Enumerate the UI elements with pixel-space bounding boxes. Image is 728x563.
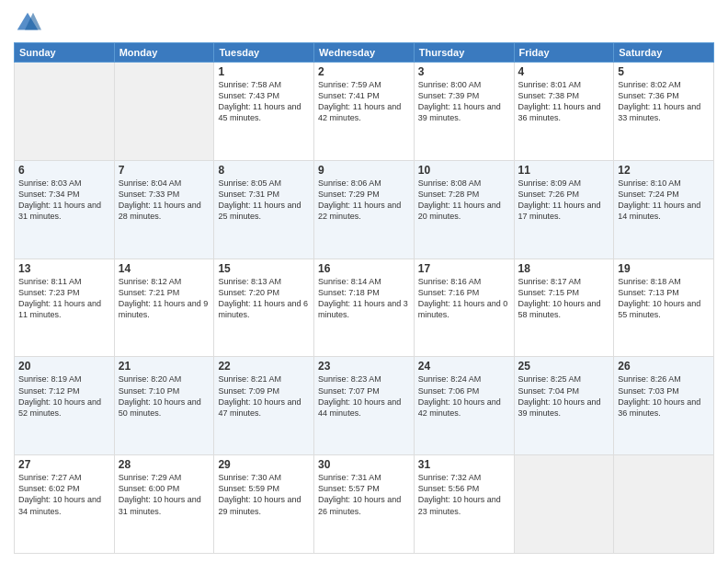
day-info: Sunrise: 8:24 AMSunset: 7:06 PMDaylight:…	[418, 373, 510, 419]
day-number: 20	[18, 360, 110, 373]
week-row-3: 20Sunrise: 8:19 AMSunset: 7:12 PMDayligh…	[15, 357, 714, 455]
weekday-thursday: Thursday	[414, 43, 514, 63]
day-cell: 25Sunrise: 8:25 AMSunset: 7:04 PMDayligh…	[514, 357, 614, 455]
day-number: 18	[518, 262, 610, 275]
day-cell: 14Sunrise: 8:12 AMSunset: 7:21 PMDayligh…	[114, 259, 214, 357]
day-number: 16	[318, 262, 410, 275]
day-number: 11	[518, 164, 610, 177]
day-number: 12	[618, 164, 710, 177]
day-info: Sunrise: 8:14 AMSunset: 7:18 PMDaylight:…	[318, 276, 410, 321]
calendar-table: SundayMondayTuesdayWednesdayThursdayFrid…	[14, 42, 714, 554]
day-cell: 30Sunrise: 7:31 AMSunset: 5:57 PMDayligh…	[314, 455, 415, 554]
weekday-header-row: SundayMondayTuesdayWednesdayThursdayFrid…	[15, 43, 714, 63]
day-cell: 27Sunrise: 7:27 AMSunset: 6:02 PMDayligh…	[15, 455, 115, 554]
day-number: 6	[18, 164, 110, 177]
day-cell: 10Sunrise: 8:08 AMSunset: 7:28 PMDayligh…	[414, 160, 514, 259]
day-number: 21	[119, 360, 210, 373]
day-info: Sunrise: 7:29 AMSunset: 6:00 PMDaylight:…	[119, 472, 210, 517]
day-cell: 22Sunrise: 8:21 AMSunset: 7:09 PMDayligh…	[214, 357, 314, 455]
day-cell: 4Sunrise: 8:01 AMSunset: 7:38 PMDaylight…	[514, 63, 614, 161]
day-number: 14	[119, 262, 210, 275]
day-number: 24	[418, 360, 510, 373]
day-cell: 1Sunrise: 7:58 AMSunset: 7:43 PMDaylight…	[214, 63, 314, 161]
day-cell: 24Sunrise: 8:24 AMSunset: 7:06 PMDayligh…	[414, 357, 514, 455]
day-cell: 31Sunrise: 7:32 AMSunset: 5:56 PMDayligh…	[414, 455, 514, 554]
weekday-monday: Monday	[114, 43, 214, 63]
day-number: 19	[618, 262, 710, 275]
day-number: 2	[318, 65, 410, 78]
day-cell: 26Sunrise: 8:26 AMSunset: 7:03 PMDayligh…	[614, 357, 714, 455]
day-info: Sunrise: 8:12 AMSunset: 7:21 PMDaylight:…	[119, 276, 210, 321]
day-cell: 2Sunrise: 7:59 AMSunset: 7:41 PMDaylight…	[314, 63, 415, 161]
weekday-saturday: Saturday	[614, 43, 714, 63]
week-row-2: 13Sunrise: 8:11 AMSunset: 7:23 PMDayligh…	[15, 259, 714, 357]
day-info: Sunrise: 8:13 AMSunset: 7:20 PMDaylight:…	[218, 276, 310, 321]
day-cell: 5Sunrise: 8:02 AMSunset: 7:36 PMDaylight…	[614, 63, 714, 161]
day-info: Sunrise: 8:01 AMSunset: 7:38 PMDaylight:…	[518, 79, 610, 124]
day-info: Sunrise: 8:17 AMSunset: 7:15 PMDaylight:…	[518, 276, 610, 321]
day-number: 30	[318, 458, 410, 471]
day-cell: 23Sunrise: 8:23 AMSunset: 7:07 PMDayligh…	[314, 357, 415, 455]
day-info: Sunrise: 7:58 AMSunset: 7:43 PMDaylight:…	[218, 79, 310, 124]
day-info: Sunrise: 8:00 AMSunset: 7:39 PMDaylight:…	[418, 79, 510, 124]
day-cell: 18Sunrise: 8:17 AMSunset: 7:15 PMDayligh…	[514, 259, 614, 357]
day-info: Sunrise: 7:32 AMSunset: 5:56 PMDaylight:…	[418, 472, 510, 517]
day-info: Sunrise: 8:25 AMSunset: 7:04 PMDaylight:…	[518, 373, 610, 419]
day-info: Sunrise: 8:05 AMSunset: 7:31 PMDaylight:…	[218, 178, 310, 223]
day-number: 27	[18, 458, 110, 471]
day-number: 13	[18, 262, 110, 275]
day-cell: 9Sunrise: 8:06 AMSunset: 7:29 PMDaylight…	[314, 160, 415, 259]
logo-icon	[14, 9, 41, 37]
day-info: Sunrise: 8:04 AMSunset: 7:33 PMDaylight:…	[119, 178, 210, 223]
page-header	[14, 9, 714, 37]
day-number: 31	[418, 458, 510, 471]
day-info: Sunrise: 8:23 AMSunset: 7:07 PMDaylight:…	[318, 373, 410, 419]
day-cell: 28Sunrise: 7:29 AMSunset: 6:00 PMDayligh…	[114, 455, 214, 554]
weekday-tuesday: Tuesday	[214, 43, 314, 63]
logo	[14, 9, 45, 37]
day-info: Sunrise: 8:26 AMSunset: 7:03 PMDaylight:…	[618, 373, 710, 419]
day-info: Sunrise: 8:09 AMSunset: 7:26 PMDaylight:…	[518, 178, 610, 223]
day-number: 29	[218, 458, 310, 471]
day-info: Sunrise: 8:11 AMSunset: 7:23 PMDaylight:…	[18, 276, 110, 321]
day-number: 17	[418, 262, 510, 275]
day-cell: 16Sunrise: 8:14 AMSunset: 7:18 PMDayligh…	[314, 259, 415, 357]
day-info: Sunrise: 8:03 AMSunset: 7:34 PMDaylight:…	[18, 178, 110, 223]
day-info: Sunrise: 7:59 AMSunset: 7:41 PMDaylight:…	[318, 79, 410, 124]
day-number: 9	[318, 164, 410, 177]
day-cell: 29Sunrise: 7:30 AMSunset: 5:59 PMDayligh…	[214, 455, 314, 554]
day-number: 23	[318, 360, 410, 373]
day-cell: 17Sunrise: 8:16 AMSunset: 7:16 PMDayligh…	[414, 259, 514, 357]
day-cell: 11Sunrise: 8:09 AMSunset: 7:26 PMDayligh…	[514, 160, 614, 259]
day-cell: 13Sunrise: 8:11 AMSunset: 7:23 PMDayligh…	[15, 259, 115, 357]
day-info: Sunrise: 8:02 AMSunset: 7:36 PMDaylight:…	[618, 79, 710, 124]
day-info: Sunrise: 7:30 AMSunset: 5:59 PMDaylight:…	[218, 472, 310, 517]
day-cell: 12Sunrise: 8:10 AMSunset: 7:24 PMDayligh…	[614, 160, 714, 259]
day-info: Sunrise: 8:06 AMSunset: 7:29 PMDaylight:…	[318, 178, 410, 223]
day-info: Sunrise: 8:18 AMSunset: 7:13 PMDaylight:…	[618, 276, 710, 321]
day-info: Sunrise: 8:20 AMSunset: 7:10 PMDaylight:…	[119, 373, 210, 419]
day-info: Sunrise: 8:10 AMSunset: 7:24 PMDaylight:…	[618, 178, 710, 223]
day-number: 15	[218, 262, 310, 275]
day-number: 26	[618, 360, 710, 373]
day-info: Sunrise: 7:27 AMSunset: 6:02 PMDaylight:…	[18, 472, 110, 517]
day-info: Sunrise: 8:19 AMSunset: 7:12 PMDaylight:…	[18, 373, 110, 419]
day-number: 5	[618, 65, 710, 78]
day-cell: 7Sunrise: 8:04 AMSunset: 7:33 PMDaylight…	[114, 160, 214, 259]
week-row-1: 6Sunrise: 8:03 AMSunset: 7:34 PMDaylight…	[15, 160, 714, 259]
weekday-sunday: Sunday	[15, 43, 115, 63]
week-row-4: 27Sunrise: 7:27 AMSunset: 6:02 PMDayligh…	[15, 455, 714, 554]
day-cell	[614, 455, 714, 554]
day-cell: 21Sunrise: 8:20 AMSunset: 7:10 PMDayligh…	[114, 357, 214, 455]
day-cell: 8Sunrise: 8:05 AMSunset: 7:31 PMDaylight…	[214, 160, 314, 259]
day-number: 28	[119, 458, 210, 471]
day-cell	[514, 455, 614, 554]
day-number: 8	[218, 164, 310, 177]
day-cell: 20Sunrise: 8:19 AMSunset: 7:12 PMDayligh…	[15, 357, 115, 455]
day-cell: 6Sunrise: 8:03 AMSunset: 7:34 PMDaylight…	[15, 160, 115, 259]
day-cell	[114, 63, 214, 161]
week-row-0: 1Sunrise: 7:58 AMSunset: 7:43 PMDaylight…	[15, 63, 714, 161]
weekday-friday: Friday	[514, 43, 614, 63]
day-number: 3	[418, 65, 510, 78]
weekday-wednesday: Wednesday	[314, 43, 415, 63]
